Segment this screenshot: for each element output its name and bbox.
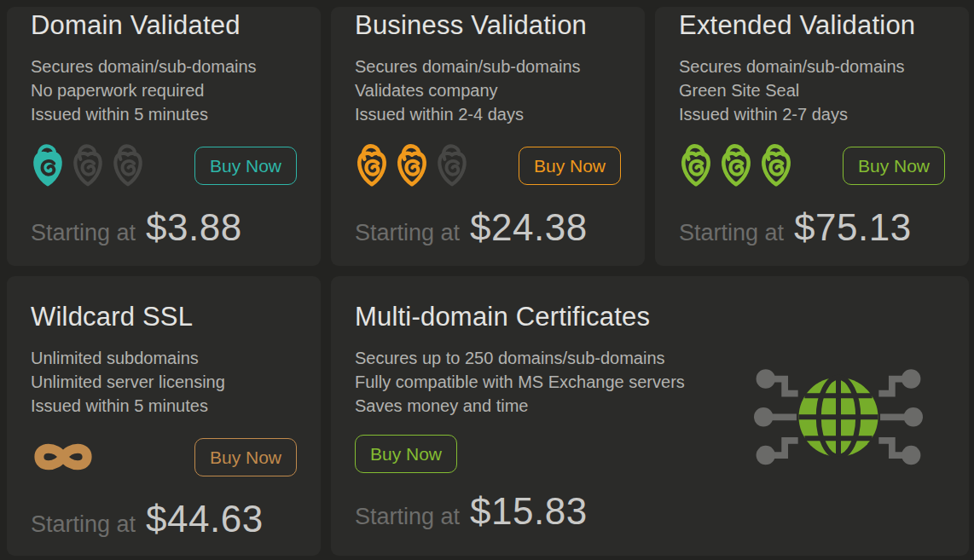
shield-lock-icon [679,142,713,188]
feature-line: No paperwork required [31,78,297,102]
feature-line: Secures domain/sub-domains [31,55,297,78]
shield-lock-icon [759,142,793,188]
card-extended-validation: Extended Validation Secures domain/sub-d… [655,7,969,266]
feature-list: Secures domain/sub-domains Validates com… [355,55,621,126]
feature-line: Issued within 2-4 days [355,102,621,126]
feature-line: Issued within 5 minutes [31,394,297,418]
price: $3.88 [146,206,242,249]
globe-network-icon [754,360,923,477]
price-prefix: Starting at [355,504,460,530]
feature-list: Unlimited subdomains Unlimited server li… [31,346,297,418]
card-title: Wildcard SSL [31,302,297,332]
price: $24.38 [470,206,588,249]
feature-line: Unlimited subdomains [31,346,297,370]
infinity-icon [31,438,96,476]
card-title: Business Validation [355,10,621,41]
price-prefix: Starting at [679,220,784,246]
buy-now-button[interactable]: Buy Now [843,147,945,185]
shield-lock-icon [355,142,389,188]
shield-lock-icon [111,142,145,188]
card-business-validation: Business Validation Secures domain/sub-d… [331,7,645,266]
shield-lock-icon [395,142,429,188]
feature-list: Secures domain/sub-domains No paperwork … [31,55,297,126]
card-domain-validated: Domain Validated Secures domain/sub-doma… [7,7,321,266]
validation-level-icons [679,142,793,188]
buy-now-button[interactable]: Buy Now [519,147,621,185]
card-multi-domain-certificates: Multi-domain Certificates Secures up to … [331,276,969,556]
feature-list: Secures domain/sub-domains Green Site Se… [679,55,945,126]
feature-line: Validates company [355,78,621,102]
buy-now-button[interactable]: Buy Now [194,438,297,476]
card-title: Domain Validated [31,10,297,41]
card-title: Multi-domain Certificates [355,302,945,332]
shield-lock-icon [31,142,65,188]
shield-lock-icon [719,142,753,188]
card-title: Extended Validation [679,10,945,41]
validation-level-icons [355,142,469,188]
price: $75.13 [794,206,912,249]
price-prefix: Starting at [31,220,136,246]
feature-line: Issued within 5 minutes [31,102,297,126]
shield-lock-icon [71,142,105,188]
feature-line: Issued within 2-7 days [679,102,945,126]
validation-level-icons [31,142,145,188]
feature-line: Green Site Seal [679,78,945,102]
feature-line: Secures domain/sub-domains [355,55,621,78]
ssl-pricing-grid: Domain Validated Secures domain/sub-doma… [0,0,974,560]
feature-line: Secures domain/sub-domains [679,55,945,78]
price-prefix: Starting at [31,511,136,538]
price: $15.83 [470,490,588,533]
price-prefix: Starting at [355,220,460,246]
price: $44.63 [146,498,264,540]
card-wildcard-ssl: Wildcard SSL Unlimited subdomains Unlimi… [7,276,321,556]
buy-now-button[interactable]: Buy Now [194,147,297,185]
buy-now-button[interactable]: Buy Now [355,435,457,473]
shield-lock-icon [435,142,469,188]
feature-line: Unlimited server licensing [31,370,297,394]
